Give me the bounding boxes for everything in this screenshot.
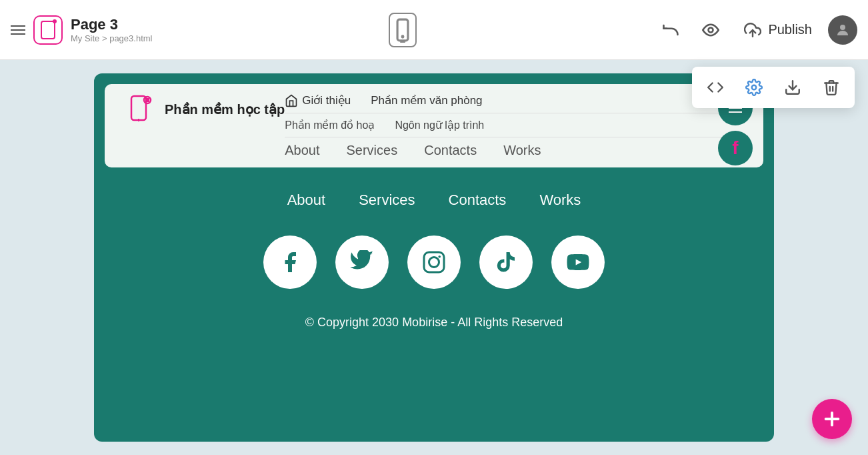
footer-link-services[interactable]: Services (359, 191, 415, 209)
nav-logo: Phần mềm học tập (125, 93, 285, 125)
nav-menu-dropdown: Phần mềm đồ hoạ Ngôn ngữ lập trình (285, 113, 743, 137)
floating-toolbar (692, 67, 855, 108)
copyright-text: © Copyright 2030 Mobirise - All Rights R… (121, 316, 747, 330)
breadcrumb: My Site > page3.html (71, 33, 152, 43)
delete-button[interactable] (819, 75, 844, 100)
nav-menu-bottom: About Services Contacts Works (285, 137, 743, 158)
footer-link-contacts[interactable]: Contacts (449, 191, 507, 209)
page-title-block: Page 3 My Site > page3.html (71, 16, 152, 43)
publish-label: Publish (768, 22, 812, 37)
publish-button[interactable]: Publish (733, 16, 823, 44)
nav-item-label: Phần mềm văn phòng (371, 93, 482, 107)
page-icon (33, 15, 63, 45)
svg-rect-12 (424, 252, 444, 272)
nav-item-office[interactable]: Phần mềm văn phòng (371, 93, 482, 107)
social-twitter-button[interactable] (335, 236, 389, 289)
nav-link-about[interactable]: About (285, 143, 319, 158)
nav-menu: Giới thiệu Phần mềm văn phòng Phần mềm đ… (285, 93, 743, 158)
preview-button[interactable] (693, 13, 728, 47)
canvas-area: Phần mềm học tập Giới thiệu Phần mềm văn… (0, 60, 868, 455)
nav-item-label: Giới thiệu (302, 93, 351, 107)
download-button[interactable] (780, 75, 805, 100)
home-icon (285, 94, 298, 107)
social-youtube-button[interactable] (551, 236, 605, 289)
svg-point-10 (145, 98, 149, 102)
social-tiktok-button[interactable] (479, 236, 533, 289)
footer-link-works[interactable]: Works (539, 191, 581, 209)
page-title: Page 3 (71, 16, 152, 33)
nav-link-works[interactable]: Works (503, 143, 541, 158)
plus-icon (821, 408, 843, 430)
nav-bar: Phần mềm học tập Giới thiệu Phần mềm văn… (105, 84, 763, 167)
social-facebook-button[interactable] (263, 236, 317, 289)
mobile-preview-icon[interactable] (389, 13, 417, 47)
social-instagram-button[interactable] (407, 236, 461, 289)
social-icons (121, 236, 747, 289)
footer-content: About Services Contacts Works (94, 178, 774, 356)
facebook-icon: f (732, 137, 738, 159)
svg-point-4 (840, 25, 845, 30)
svg-point-14 (438, 256, 441, 258)
topbar: Page 3 My Site > page3.html (0, 0, 868, 60)
svg-point-13 (429, 258, 439, 268)
hamburger-menu-icon[interactable] (11, 25, 25, 35)
page-icon-inner (41, 21, 55, 39)
nav-logo-text: Phần mềm học tập (165, 101, 285, 117)
nav-menu-top: Giới thiệu Phần mềm văn phòng (285, 93, 743, 113)
svg-point-2 (709, 27, 713, 32)
nav-facebook-circle[interactable]: f (718, 131, 753, 165)
topbar-right: Publish (653, 13, 857, 47)
nav-link-services[interactable]: Services (347, 143, 398, 158)
undo-button[interactable] (653, 13, 688, 47)
topbar-center (152, 13, 653, 47)
footer-nav: About Services Contacts Works (121, 191, 747, 209)
svg-point-16 (752, 85, 757, 90)
code-editor-button[interactable] (703, 75, 728, 100)
footer-link-about[interactable]: About (287, 191, 326, 209)
topbar-left: Page 3 My Site > page3.html (11, 15, 152, 45)
page-icon-dot (53, 19, 57, 23)
profile-button[interactable] (828, 15, 857, 45)
nav-sub-graphics[interactable]: Phần mềm đồ hoạ (285, 119, 375, 131)
fab-add-button[interactable] (812, 399, 852, 439)
settings-button[interactable] (741, 75, 767, 100)
page-canvas: Phần mềm học tập Giới thiệu Phần mềm văn… (94, 73, 774, 442)
nav-link-contacts[interactable]: Contacts (424, 143, 477, 158)
nav-sub-programming[interactable]: Ngôn ngữ lập trình (395, 119, 484, 131)
nav-logo-icon (125, 93, 157, 125)
nav-item-home[interactable]: Giới thiệu (285, 93, 351, 107)
